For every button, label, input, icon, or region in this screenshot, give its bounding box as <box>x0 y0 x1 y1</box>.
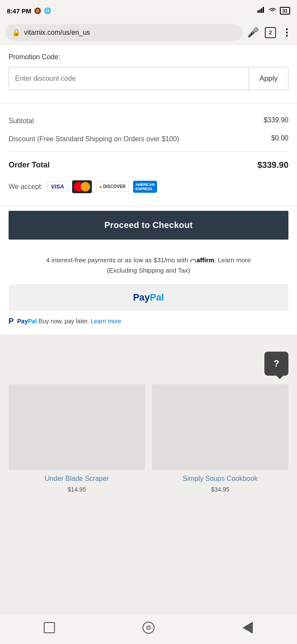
product-name-1[interactable]: Under Blade Scraper <box>9 474 145 483</box>
battery-icon: 31 <box>280 7 290 15</box>
home-circle-inner <box>146 626 151 630</box>
paypal-buy-now-text: Buy now, pay later. <box>39 318 89 325</box>
svg-rect-2 <box>261 8 262 13</box>
back-triangle-icon <box>242 622 253 634</box>
visa-card-icon: VISA <box>47 181 68 192</box>
accept-label: We accept: <box>9 183 43 191</box>
paypal-info-text: PayPal Buy now, pay later. Learn more <box>17 318 121 325</box>
url-text: vitamix.com/us/en_us <box>24 29 90 36</box>
paypal-learn-more-link[interactable]: Learn more <box>91 318 121 325</box>
affirm-text: 4 interest-free payments or as low as $3… <box>9 255 288 276</box>
wifi-icon <box>269 7 276 15</box>
affirm-payment-text: 4 interest-free payments or as low as $3… <box>46 256 190 264</box>
url-bar[interactable]: 🔒 vitamix.com/us/en_us <box>5 24 243 41</box>
subtotal-row: Subtotal $339.90 <box>9 112 288 130</box>
affirm-learn-more-link[interactable]: Learn more <box>218 256 251 264</box>
checkout-section: Proceed to Checkout <box>0 207 297 248</box>
payment-methods: We accept: VISA ● DISCOVER AMERICANEXPRE… <box>9 174 288 197</box>
paypal-logo: PayPal <box>133 292 164 303</box>
subtotal-value: $339.90 <box>264 116 288 124</box>
time-display: 8:47 PM <box>7 7 31 15</box>
browser-bar: 🔒 vitamix.com/us/en_us 🎤 2 ⋮ <box>0 21 297 45</box>
paypal-p-icon: P <box>9 317 14 326</box>
back-button[interactable] <box>240 620 255 635</box>
tab-count[interactable]: 2 <box>265 27 276 38</box>
order-summary: Subtotal $339.90 Discount (Free Standard… <box>0 103 297 207</box>
promo-input-row: Apply <box>9 67 288 90</box>
product-card-2: Simply Soups Cookbook $34.95 <box>152 384 288 493</box>
discount-row: Discount (Free Standard Shipping on Orde… <box>9 130 288 148</box>
discount-value: $0.00 <box>271 134 288 142</box>
discover-card-icon: ● DISCOVER <box>96 182 128 192</box>
paypal-pal-inline: Pal <box>28 318 37 325</box>
status-bar: 8:47 PM 🔕 🌐 31 <box>0 0 297 21</box>
total-value: $339.90 <box>258 160 288 170</box>
svg-rect-1 <box>259 9 261 13</box>
svg-rect-0 <box>258 10 259 13</box>
paypal-button-section: PayPal <box>0 284 297 317</box>
product-image-2 <box>152 384 288 470</box>
affirm-brand: affirm <box>190 256 215 264</box>
paypal-pal-text: Pal <box>150 292 164 303</box>
microphone-icon[interactable]: 🎤 <box>247 27 259 38</box>
bottom-nav <box>0 613 297 644</box>
total-label: Order Total <box>9 161 50 170</box>
divider <box>9 151 288 152</box>
promo-section: Promotion Code: Apply <box>0 45 297 103</box>
product-price-2: $34.95 <box>152 486 288 493</box>
paypal-button[interactable]: PayPal <box>9 284 288 311</box>
apply-button[interactable]: Apply <box>249 67 288 90</box>
home-circle-icon <box>142 622 155 634</box>
home-button[interactable] <box>141 620 156 635</box>
amex-card-icon: AMERICANEXPRESS <box>133 181 158 193</box>
svg-rect-3 <box>263 7 264 13</box>
help-icon-container: ? <box>9 352 288 376</box>
signal-icon <box>258 7 265 15</box>
affirm-section: 4 interest-free payments or as low as $3… <box>0 248 297 284</box>
product-card-1: Under Blade Scraper $14.95 <box>9 384 145 493</box>
status-icons: 31 <box>258 7 290 15</box>
main-content: Promotion Code: Apply Subtotal $339.90 D… <box>0 45 297 334</box>
stop-button[interactable] <box>42 620 57 635</box>
more-options-icon[interactable]: ⋮ <box>282 27 292 38</box>
globe-icon: 🌐 <box>44 7 51 14</box>
mastercard-icon <box>72 180 92 193</box>
stop-square-icon <box>44 622 55 633</box>
paypal-pay-text: Pay <box>133 292 150 303</box>
browser-icons: 🎤 2 ⋮ <box>247 27 292 38</box>
product-cards: Under Blade Scraper $14.95 Simply Soups … <box>9 384 288 493</box>
subtotal-label: Subtotal <box>9 116 34 126</box>
total-row: Order Total $339.90 <box>9 154 288 174</box>
checkout-button[interactable]: Proceed to Checkout <box>9 211 288 240</box>
bottom-section: ? Under Blade Scraper $14.95 Simply Soup… <box>0 334 297 501</box>
lock-icon: 🔒 <box>12 28 21 36</box>
product-name-2[interactable]: Simply Soups Cookbook <box>152 474 288 483</box>
promo-label: Promotion Code: <box>9 53 288 61</box>
paypal-brand-inline: Pay <box>17 318 28 325</box>
help-bubble-icon[interactable]: ? <box>264 352 288 376</box>
paypal-info: P PayPal Buy now, pay later. Learn more <box>0 317 297 334</box>
promo-input[interactable] <box>9 67 249 90</box>
product-image-1 <box>9 384 145 470</box>
silent-icon: 🔕 <box>34 7 41 14</box>
product-price-1: $14.95 <box>9 486 145 493</box>
discount-label: Discount (Free Standard Shipping on Orde… <box>9 134 179 144</box>
